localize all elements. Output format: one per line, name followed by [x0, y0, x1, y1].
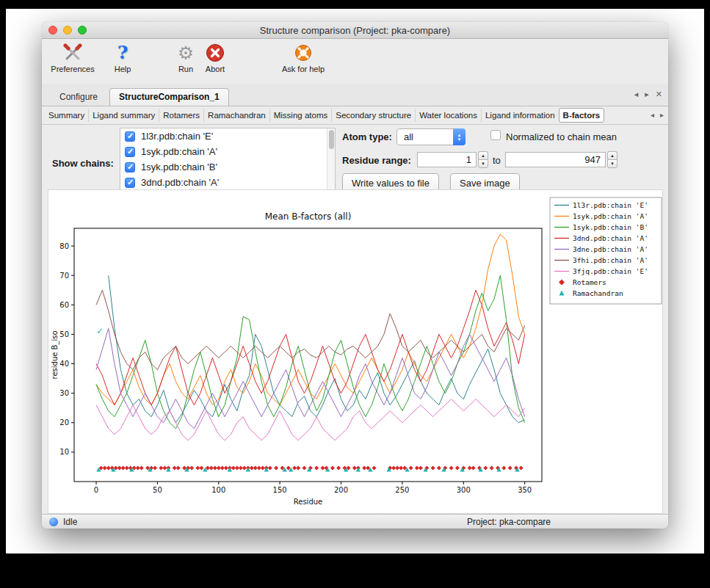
svg-text:40: 40 — [59, 360, 69, 368]
scrollbar-thumb[interactable] — [329, 130, 334, 149]
chain-label: 1syk.pdb:chain 'B' — [141, 161, 217, 173]
svg-text:3fjq.pdb:chain 'E': 3fjq.pdb:chain 'E' — [573, 267, 648, 275]
svg-text:50: 50 — [153, 486, 162, 494]
minimize-button[interactable] — [63, 26, 72, 35]
atom-type-label: Atom type: — [342, 131, 392, 142]
tab-ramachandran[interactable]: Ramachandran — [203, 109, 269, 122]
svg-text:✓: ✓ — [96, 326, 104, 336]
residue-to-field[interactable]: 947 — [505, 152, 606, 167]
list-item[interactable]: 1syk.pdb:chain 'B' — [120, 159, 335, 175]
ask-for-help-button[interactable]: Ask for help — [272, 43, 334, 73]
app-window: Structure comparison (Project: pka-compa… — [42, 22, 668, 529]
gear-icon: ⚙ — [178, 43, 194, 63]
svg-text:3fhi.pdb:chain 'A': 3fhi.pdb:chain 'A' — [573, 256, 648, 264]
tab-close-icon[interactable]: ✕ — [656, 90, 662, 99]
chain-list-scrollbar[interactable] — [327, 128, 335, 190]
tab-scroll-left-icon[interactable]: ◂ — [634, 90, 639, 99]
svg-text:1syk.pdb:chain 'A': 1syk.pdb:chain 'A' — [573, 212, 648, 220]
chain-checkbox[interactable] — [125, 131, 135, 142]
show-chains-label: Show chains: — [52, 158, 114, 169]
document-tab-bar: Configure StructureComparison_1 ◂ ▸ ✕ — [42, 84, 668, 106]
svg-text:100: 100 — [211, 486, 225, 494]
svg-text:Residue: Residue — [294, 498, 322, 506]
help-icon: ? — [117, 43, 128, 63]
run-button[interactable]: ⚙ Run — [171, 43, 200, 73]
svg-text:Rotamers: Rotamers — [573, 278, 606, 286]
residue-from-stepper[interactable]: ▲▼ — [478, 151, 488, 168]
controls-panel: Show chains: 1l3r.pdb:chain 'E' 1syk.pdb… — [42, 125, 668, 195]
svg-text:Mean B-factors (all): Mean B-factors (all) — [265, 211, 352, 222]
tools-icon — [63, 43, 82, 63]
chain-checkbox[interactable] — [125, 147, 135, 157]
toolbar-label: Help — [115, 65, 131, 73]
list-item[interactable]: 1l3r.pdb:chain 'E' — [120, 128, 335, 144]
toolbar-label: Preferences — [51, 65, 94, 73]
toolbar: Preferences ? Help ⚙ Run Abort — [42, 39, 668, 84]
lifering-icon — [294, 43, 313, 63]
traffic-lights — [48, 26, 87, 35]
atom-type-value: all — [397, 131, 453, 142]
window-title: Structure comparison (Project: pka-compa… — [260, 25, 450, 36]
report-tab-nav: ◂ ▸ — [651, 111, 664, 119]
residue-range-label: Residue range: — [342, 155, 411, 166]
svg-text:60: 60 — [59, 301, 69, 309]
residue-to-stepper[interactable]: ▲▼ — [607, 151, 617, 168]
normalized-checkbox[interactable] — [490, 130, 501, 140]
svg-text:3dne.pdb:chain 'A': 3dne.pdb:chain 'A' — [573, 245, 648, 253]
toolbar-label: Run — [178, 65, 193, 73]
close-button[interactable] — [48, 26, 57, 35]
residue-from-field[interactable]: 1 — [417, 152, 477, 167]
tab-ligand-summary[interactable]: Ligand summary — [88, 109, 159, 122]
svg-text:30: 30 — [59, 389, 69, 397]
chain-list: 1l3r.pdb:chain 'E' 1syk.pdb:chain 'A' 1s… — [120, 128, 336, 192]
status-bar: Idle Project: pka-compare — [42, 514, 668, 529]
combo-stepper-icon[interactable]: ▲▼ — [453, 128, 466, 145]
svg-text:Ramachandran: Ramachandran — [573, 289, 623, 297]
status-text: Idle — [63, 517, 77, 527]
svg-text:70: 70 — [59, 272, 69, 280]
desktop-background: Structure comparison (Project: pka-compa… — [6, 9, 704, 553]
atom-type-select[interactable]: all ▲▼ — [396, 128, 466, 145]
zoom-button[interactable] — [78, 26, 87, 35]
svg-text:350: 350 — [518, 486, 532, 494]
chain-label: 1l3r.pdb:chain 'E' — [141, 131, 213, 142]
plot-panel: Mean B-factors (all)05010015020025030035… — [48, 189, 663, 514]
list-item[interactable]: 1syk.pdb:chain 'A' — [120, 144, 335, 159]
svg-text:1l3r.pdb:chain 'E': 1l3r.pdb:chain 'E' — [573, 201, 648, 209]
tab-ligand-information[interactable]: Ligand information — [481, 109, 559, 122]
svg-text:50: 50 — [59, 330, 69, 338]
chain-checkbox[interactable] — [125, 162, 135, 173]
tab-rotamers[interactable]: Rotamers — [159, 109, 203, 122]
svg-text:80: 80 — [59, 242, 69, 250]
svg-text:10: 10 — [59, 448, 69, 456]
svg-text:250: 250 — [395, 486, 409, 494]
preferences-button[interactable]: Preferences — [46, 43, 99, 73]
list-item[interactable]: 3dnd.pdb:chain 'A' — [120, 175, 335, 190]
to-label: to — [493, 155, 501, 166]
window-titlebar[interactable]: Structure comparison (Project: pka-compa… — [42, 22, 668, 39]
tab-b-factors[interactable]: B-factors — [559, 108, 604, 123]
tab-secondary-structure[interactable]: Secondary structure — [331, 109, 415, 122]
subtab-scroll-left-icon[interactable]: ◂ — [651, 111, 654, 119]
bfactor-chart: Mean B-factors (all)05010015020025030035… — [48, 190, 662, 513]
chain-checkbox[interactable] — [125, 178, 135, 188]
svg-text:20: 20 — [59, 418, 69, 427]
svg-text:3dnd.pdb:chain 'A': 3dnd.pdb:chain 'A' — [573, 234, 648, 242]
status-dot-icon — [49, 518, 58, 526]
abort-icon — [206, 43, 225, 63]
tab-summary[interactable]: Summary — [45, 109, 88, 122]
abort-button[interactable]: Abort — [199, 43, 231, 73]
tab-structurecomparison-1[interactable]: StructureComparison_1 — [109, 88, 229, 106]
normalized-label: Normalized to chain mean — [506, 131, 617, 142]
svg-text:200: 200 — [334, 486, 348, 494]
report-tab-bar: Summary Ligand summary Rotamers Ramachan… — [42, 106, 668, 125]
svg-text:1syk.pdb:chain 'B': 1syk.pdb:chain 'B' — [573, 223, 648, 231]
help-button[interactable]: ? Help — [108, 43, 137, 73]
tab-configure[interactable]: Configure — [51, 89, 106, 106]
tab-water-locations[interactable]: Water locations — [415, 109, 481, 122]
tab-scroll-right-icon[interactable]: ▸ — [645, 90, 649, 99]
subtab-scroll-right-icon[interactable]: ▸ — [660, 111, 664, 119]
tab-missing-atoms[interactable]: Missing atoms — [269, 109, 332, 122]
doc-tab-nav: ◂ ▸ ✕ — [634, 90, 662, 99]
svg-text:300: 300 — [457, 486, 471, 494]
